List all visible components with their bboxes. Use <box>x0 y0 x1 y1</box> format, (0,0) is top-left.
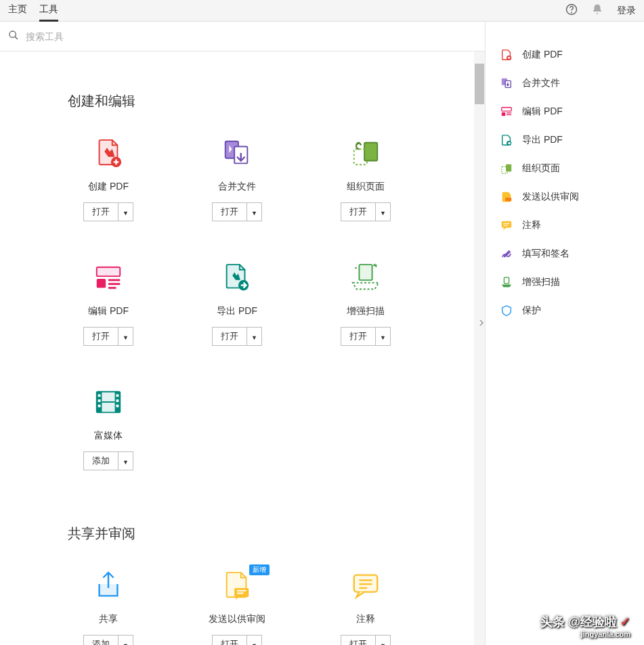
search-icon <box>8 30 19 43</box>
svg-rect-42 <box>502 221 511 228</box>
tool-edit-pdf[interactable]: 编辑 PDF 打开 ▼ <box>68 262 149 346</box>
export-pdf-icon <box>500 134 513 146</box>
sidebar-collapse-handle[interactable] <box>478 309 485 336</box>
right-sidebar: 创建 PDF 合并文件 编辑 PDF 导出 PDF 组织页面 发送以供审阅 注释 <box>485 22 644 645</box>
sidebar-item-fill-sign[interactable]: 填写和签名 <box>486 240 644 268</box>
rich-media-icon <box>93 386 124 418</box>
tool-share[interactable]: 共享 添加 ▼ <box>68 570 149 645</box>
send-review-icon <box>221 570 253 601</box>
open-button[interactable]: 打开 <box>341 327 375 346</box>
sidebar-item-send-review[interactable]: 发送以供审阅 <box>486 183 644 211</box>
tool-label: 富媒体 <box>94 430 123 442</box>
dropdown-button[interactable]: ▼ <box>118 202 133 221</box>
svg-rect-45 <box>504 277 509 284</box>
tool-label: 合并文件 <box>218 181 256 193</box>
svg-rect-24 <box>116 405 119 407</box>
svg-rect-9 <box>97 267 121 276</box>
sidebar-item-organize-pages[interactable]: 组织页面 <box>486 154 644 183</box>
sidebar-label: 注释 <box>522 219 541 231</box>
sidebar-label: 保护 <box>522 305 541 317</box>
comment-icon <box>500 219 513 231</box>
tool-label: 创建 PDF <box>88 181 129 193</box>
open-button[interactable]: 打开 <box>212 635 246 645</box>
svg-rect-10 <box>97 279 106 288</box>
sidebar-item-protect[interactable]: 保护 <box>486 296 644 325</box>
tool-label: 注释 <box>356 613 375 625</box>
tool-label: 发送以供审阅 <box>209 613 265 625</box>
enhance-scan-icon <box>500 276 513 288</box>
add-button[interactable]: 添加 <box>83 451 118 470</box>
svg-rect-22 <box>116 395 119 397</box>
svg-rect-23 <box>116 399 119 402</box>
sidebar-item-merge-files[interactable]: 合并文件 <box>486 69 644 97</box>
sidebar-item-enhance-scan[interactable]: 增强扫描 <box>486 268 644 296</box>
tab-tools[interactable]: 工具 <box>39 0 58 22</box>
dropdown-button[interactable]: ▼ <box>375 327 391 346</box>
chevron-down-icon: ▼ <box>380 642 386 646</box>
dropdown-button[interactable]: ▼ <box>118 327 133 346</box>
sidebar-label: 发送以供审阅 <box>522 191 579 203</box>
dropdown-button[interactable]: ▼ <box>375 202 391 221</box>
scrollbar[interactable] <box>474 51 485 645</box>
protect-icon <box>500 305 513 317</box>
tab-bar: 主页 工具 <box>8 0 58 22</box>
sidebar-item-edit-pdf[interactable]: 编辑 PDF <box>486 97 644 126</box>
chevron-down-icon: ▼ <box>251 642 257 646</box>
sidebar-label: 增强扫描 <box>522 276 560 288</box>
share-icon <box>93 570 124 601</box>
open-button[interactable]: 打开 <box>212 327 246 346</box>
section-title-share: 共享并审阅 <box>68 525 417 543</box>
organize-pages-icon <box>500 162 513 175</box>
open-button[interactable]: 打开 <box>341 202 375 221</box>
sidebar-label: 编辑 PDF <box>522 106 563 118</box>
sidebar-label: 创建 PDF <box>522 49 563 61</box>
help-icon[interactable] <box>565 3 578 18</box>
svg-rect-21 <box>98 405 101 407</box>
dropdown-button[interactable]: ▼ <box>246 202 262 221</box>
search-input[interactable] <box>26 31 477 42</box>
chevron-down-icon: ▼ <box>123 459 129 466</box>
open-button[interactable]: 打开 <box>341 635 375 645</box>
open-button[interactable]: 打开 <box>83 327 118 346</box>
sidebar-label: 填写和签名 <box>522 248 570 260</box>
dropdown-button[interactable]: ▼ <box>118 635 133 645</box>
open-button[interactable]: 打开 <box>83 202 118 221</box>
tool-create-pdf[interactable]: 创建 PDF 打开 ▼ <box>68 137 149 221</box>
tool-merge-files[interactable]: 合并文件 打开 ▼ <box>196 137 278 221</box>
create-pdf-icon <box>500 49 513 61</box>
tool-rich-media[interactable]: 富媒体 添加 ▼ <box>68 386 149 470</box>
sidebar-label: 合并文件 <box>522 77 560 89</box>
tool-export-pdf[interactable]: 导出 PDF 打开 ▼ <box>196 262 278 346</box>
svg-rect-19 <box>98 395 101 397</box>
dropdown-button[interactable]: ▼ <box>118 451 133 470</box>
tool-label: 编辑 PDF <box>88 305 129 317</box>
chevron-down-icon: ▼ <box>123 642 129 646</box>
svg-line-3 <box>15 37 18 39</box>
bell-icon[interactable] <box>591 3 603 18</box>
svg-rect-34 <box>502 108 511 111</box>
add-button[interactable]: 添加 <box>83 635 118 645</box>
sidebar-label: 导出 PDF <box>522 134 563 146</box>
svg-rect-26 <box>234 588 249 597</box>
sidebar-item-create-pdf[interactable]: 创建 PDF <box>486 41 644 69</box>
chevron-down-icon: ▼ <box>123 210 129 217</box>
open-button[interactable]: 打开 <box>212 202 246 221</box>
tool-enhance-scan[interactable]: 增强扫描 打开 ▼ <box>325 262 406 346</box>
tool-send-review[interactable]: 新增 发送以供审阅 打开 ▼ <box>196 570 278 645</box>
dropdown-button[interactable]: ▼ <box>246 635 262 645</box>
chevron-down-icon: ▼ <box>251 334 257 341</box>
sidebar-item-comment[interactable]: 注释 <box>486 211 644 240</box>
svg-rect-41 <box>505 198 511 201</box>
dropdown-button[interactable]: ▼ <box>375 635 391 645</box>
login-button[interactable]: 登录 <box>617 5 636 17</box>
comment-icon <box>350 570 381 601</box>
tab-home[interactable]: 主页 <box>8 0 27 22</box>
export-pdf-icon <box>221 262 253 293</box>
tool-label: 增强扫描 <box>347 305 385 317</box>
sidebar-item-export-pdf[interactable]: 导出 PDF <box>486 126 644 154</box>
tool-comment[interactable]: 注释 打开 ▼ <box>325 570 406 645</box>
tool-organize-pages[interactable]: 组织页面 打开 ▼ <box>325 137 406 221</box>
top-bar: 主页 工具 登录 <box>0 0 644 22</box>
dropdown-button[interactable]: ▼ <box>246 327 262 346</box>
svg-rect-7 <box>364 143 377 161</box>
